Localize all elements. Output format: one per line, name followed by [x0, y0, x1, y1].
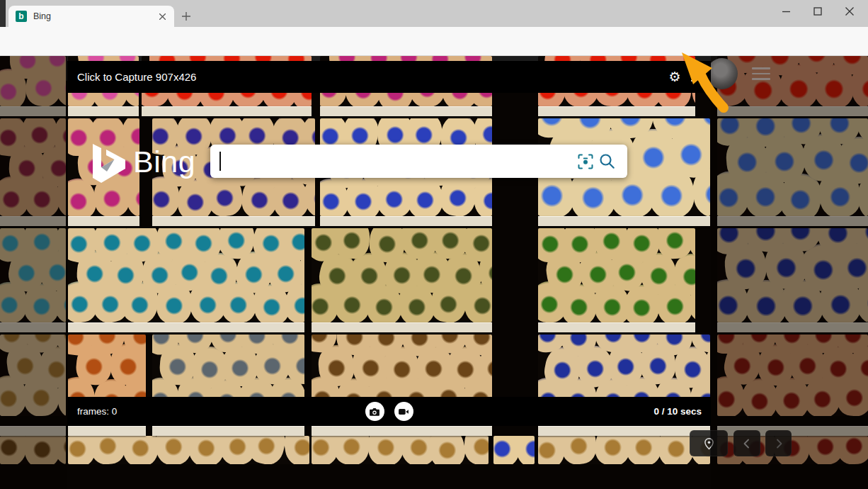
- capture-timer: 0 / 10 secs: [653, 406, 702, 417]
- shelf-label-strip: [538, 216, 710, 226]
- pencil-tip: [464, 436, 489, 464]
- bing-logo-text: Bing: [133, 144, 195, 179]
- capture-dim-right: [711, 56, 868, 489]
- shelf-label-strip: [312, 426, 492, 436]
- bing-logo: Bing: [93, 144, 195, 183]
- search-box[interactable]: [210, 145, 627, 178]
- pencil-tip: [658, 436, 694, 464]
- tab-close-icon[interactable]: [156, 10, 169, 23]
- shelf-label-strip: [68, 426, 146, 436]
- shelf-label-strip: [538, 322, 695, 332]
- pencil-tip: [282, 436, 309, 464]
- bing-favicon-icon: b: [16, 11, 27, 22]
- search-input[interactable]: [220, 147, 575, 176]
- pencil-tray: [538, 228, 695, 322]
- window-close-button[interactable]: [837, 0, 862, 23]
- new-tab-button[interactable]: [178, 10, 194, 23]
- capture-close-icon[interactable]: [687, 69, 704, 86]
- pencil-tray: [312, 436, 489, 464]
- gear-icon[interactable]: ⚙: [666, 68, 684, 86]
- pencil-tip: [246, 436, 289, 464]
- pencil-tip: [674, 253, 695, 295]
- pencil-tip: [558, 436, 598, 464]
- shelf-label-strip: [320, 216, 492, 226]
- screenshot-camera-button[interactable]: [365, 402, 384, 421]
- browser-window: b Bing: [0, 0, 868, 489]
- pencil-tray: [68, 436, 309, 464]
- capture-dim-left: [0, 56, 67, 489]
- shelf-label-strip: [68, 216, 139, 226]
- pencil-tip: [368, 436, 404, 464]
- pencil-tip: [154, 436, 192, 464]
- pencil-tip: [88, 436, 127, 464]
- pencil-tray: [312, 228, 492, 322]
- tab-strip: b Bing: [0, 0, 868, 27]
- tab-title: Bing: [33, 11, 156, 21]
- pencil-tray: [493, 436, 535, 464]
- text-caret: [219, 152, 221, 171]
- browser-toolbar: https://www.bing.com: [0, 27, 868, 56]
- pencil-tray: [68, 228, 304, 322]
- shelf-label-strip: [152, 216, 315, 226]
- camera-icon: [369, 406, 380, 417]
- shelf-label-strip: [538, 426, 710, 436]
- search-icon[interactable]: [596, 151, 617, 172]
- bing-page: Privacy and CookiesLegalAdvertiseAbout o…: [0, 56, 868, 489]
- shelf-label-strip: [152, 426, 304, 436]
- capture-title: Click to Capture 907x426: [77, 71, 666, 83]
- pencil-tip: [515, 436, 535, 464]
- pencil-tip: [331, 436, 372, 464]
- pencil-tip: [625, 436, 661, 464]
- window-edge: [0, 0, 6, 27]
- record-video-button[interactable]: [394, 402, 413, 421]
- tab-bing[interactable]: b Bing: [8, 6, 174, 27]
- pencil-tray: [538, 436, 710, 464]
- shelf-label-strip: [142, 106, 312, 116]
- pencil-tip: [426, 436, 469, 464]
- shelf-label-strip: [320, 106, 492, 116]
- window-maximize-button[interactable]: [805, 0, 830, 23]
- shelf-label-strip: [68, 106, 139, 116]
- shelf-label-strip: [68, 322, 304, 332]
- window-minimize-button[interactable]: [773, 0, 799, 23]
- capture-header-bar[interactable]: Click to Capture 907x426 ⚙: [67, 61, 711, 93]
- shelf-label-strip: [312, 322, 492, 332]
- shelf-label-strip: [538, 106, 695, 116]
- visual-search-icon[interactable]: [575, 151, 596, 172]
- capture-footer-bar: frames: 0 0 / 10 secs: [67, 397, 711, 426]
- pencil-tip: [121, 436, 160, 464]
- video-camera-icon: [398, 406, 409, 417]
- bing-logo-icon: [93, 144, 126, 183]
